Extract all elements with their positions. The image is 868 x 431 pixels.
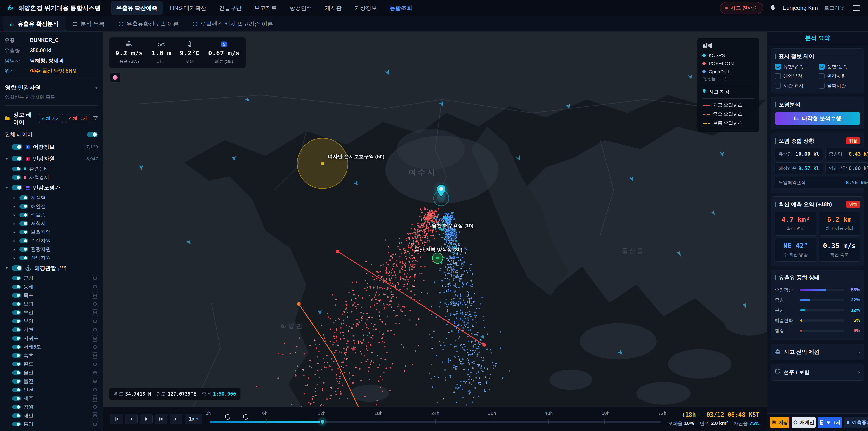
layer-item[interactable]: 완도: [4, 360, 98, 368]
layer-item[interactable]: 울진: [4, 377, 98, 386]
display-option[interactable]: 민감자원: [819, 73, 860, 79]
layer-item-action-icon[interactable]: [92, 412, 98, 419]
chevron-icon[interactable]: ▸: [12, 239, 17, 243]
layer-item[interactable]: 평택: [4, 429, 98, 431]
layer-item-action-icon[interactable]: [92, 430, 98, 431]
layer-toggle[interactable]: [12, 310, 21, 315]
checkbox[interactable]: [775, 64, 781, 70]
save-button[interactable]: 저장: [770, 417, 789, 428]
layer-item[interactable]: ▸생물종: [4, 211, 98, 219]
layer-toggle[interactable]: [12, 353, 21, 358]
checkbox[interactable]: [819, 64, 825, 70]
display-option[interactable]: 풍향/풍속: [819, 63, 860, 70]
chevron-icon[interactable]: ▸: [12, 247, 17, 252]
layer-toggle[interactable]: [12, 302, 21, 306]
layer-item[interactable]: 인천: [4, 386, 98, 394]
layer-item-action-icon[interactable]: [92, 275, 98, 281]
layer-toggle[interactable]: [12, 336, 21, 341]
skip-end-button[interactable]: [170, 414, 182, 424]
layer-item[interactable]: 서귀포: [4, 334, 98, 343]
display-option[interactable]: 날짜시간: [819, 83, 860, 89]
layer-item-action-icon[interactable]: [92, 318, 98, 324]
layer-item[interactable]: 보령: [4, 300, 98, 308]
chevron-icon[interactable]: ▸: [12, 221, 17, 226]
tab-item[interactable]: 유출유확산모델 이론: [112, 16, 186, 31]
timeline-rail[interactable]: [210, 421, 661, 423]
notifications-bell-icon[interactable]: [770, 4, 776, 12]
layer-item-action-icon[interactable]: [92, 395, 98, 402]
chevron-icon[interactable]: ▾: [4, 156, 9, 161]
layer-item[interactable]: 동해: [4, 282, 98, 291]
timeline-thumb[interactable]: [320, 419, 325, 425]
fast-forward-button[interactable]: [155, 414, 167, 424]
layer-toggle[interactable]: [20, 256, 28, 260]
layer-item-action-icon[interactable]: [92, 327, 98, 333]
layer-toggle[interactable]: [12, 319, 21, 324]
logout-button[interactable]: 로그아웃: [824, 4, 845, 11]
layer-item[interactable]: 울산: [4, 368, 98, 377]
filter-icon[interactable]: [93, 115, 98, 122]
layer-toggle[interactable]: [12, 175, 21, 180]
layer-toggle[interactable]: [20, 204, 28, 209]
layer-item[interactable]: 제주: [4, 394, 98, 403]
layer-item[interactable]: 환경생태: [4, 164, 98, 173]
layer-item[interactable]: 부산: [4, 308, 98, 317]
recalculate-button[interactable]: 재계산: [792, 417, 815, 428]
tab-item[interactable]: 오일펜스 배치 알고리즘 이론: [186, 16, 280, 31]
ship-spec-section[interactable]: 사고 선박 제원 ›: [771, 343, 864, 360]
layer-toggle[interactable]: [20, 213, 28, 217]
layer-item[interactable]: ▸해안선: [4, 202, 98, 211]
layer-toggle[interactable]: [12, 265, 22, 271]
layer-item-action-icon[interactable]: [92, 352, 98, 359]
layer-item[interactable]: ▸계절별: [4, 193, 98, 202]
layer-item[interactable]: ▸보호지역: [4, 228, 98, 237]
layers-all-off-button[interactable]: 전체 끄기: [66, 114, 90, 123]
nav-item[interactable]: 보고자료: [249, 1, 282, 15]
incident-pin[interactable]: [436, 184, 447, 199]
layer-item[interactable]: 속초: [4, 351, 98, 360]
layer-group-row[interactable]: ▾민감자원3,947: [4, 153, 98, 164]
layer-item[interactable]: 부안: [4, 317, 98, 326]
layer-item-action-icon[interactable]: [92, 309, 98, 316]
layer-toggle[interactable]: [12, 293, 21, 298]
layer-toggle[interactable]: [12, 345, 21, 349]
layer-toggle[interactable]: [12, 362, 21, 366]
polygon-analysis-button[interactable]: 다각형 분석수행: [775, 112, 860, 125]
speed-select[interactable]: 1x ▾: [185, 414, 202, 424]
nav-item[interactable]: 긴급구난: [214, 1, 247, 15]
layer-item-action-icon[interactable]: [92, 335, 98, 341]
chevron-icon[interactable]: ▸: [12, 204, 17, 209]
layer-toggle[interactable]: [20, 247, 28, 251]
checkbox[interactable]: [775, 83, 781, 89]
report-button[interactable]: 보고서: [818, 417, 842, 428]
layer-toggle[interactable]: [12, 166, 21, 171]
layer-toggle[interactable]: [12, 284, 21, 289]
chevron-icon[interactable]: ▸: [12, 230, 17, 235]
play-button[interactable]: [140, 414, 153, 424]
tab-item[interactable]: 유출유 확산분석: [3, 16, 66, 31]
chevron-icon[interactable]: ▸: [12, 256, 17, 260]
layer-toggle[interactable]: [12, 370, 21, 375]
chevron-icon[interactable]: ▾: [4, 266, 9, 271]
layer-item-action-icon[interactable]: [92, 404, 98, 410]
layer-item-action-icon[interactable]: [92, 344, 98, 350]
layer-item-action-icon[interactable]: [92, 292, 98, 299]
tab-item[interactable]: 분석 목록: [66, 16, 112, 31]
oil-fence-shield-icon[interactable]: [243, 414, 248, 421]
stop-prediction-button[interactable]: 예측중지: [844, 417, 868, 428]
layer-toggle[interactable]: [12, 379, 21, 383]
layer-toggle[interactable]: [12, 156, 22, 161]
skip-start-button[interactable]: [110, 414, 123, 424]
layer-toggle[interactable]: [12, 413, 21, 418]
layer-toggle[interactable]: [12, 185, 22, 190]
layer-item-action-icon[interactable]: [92, 421, 98, 427]
step-back-button[interactable]: [125, 414, 138, 424]
nav-item[interactable]: 통합조회: [384, 1, 418, 15]
layer-group-row[interactable]: ▾민감도평가: [4, 182, 98, 193]
layer-toggle[interactable]: [12, 388, 21, 392]
layer-item-action-icon[interactable]: [92, 284, 98, 290]
oil-fence-shield-icon[interactable]: [225, 414, 230, 421]
layer-item[interactable]: ▸관광자원: [4, 245, 98, 254]
layer-toggle[interactable]: [20, 239, 28, 243]
sensitive-section-header[interactable]: 영향 민감자원 ▾: [4, 83, 98, 93]
